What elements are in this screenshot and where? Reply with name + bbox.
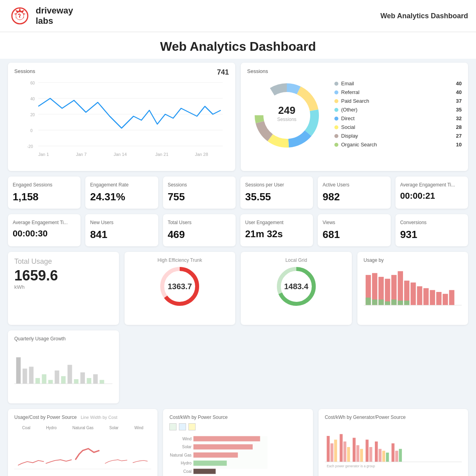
line-chart-title: Sessions — [14, 68, 35, 74]
usage-by-title: Usage by — [364, 257, 462, 263]
svg-rect-58 — [42, 374, 46, 384]
metrics-row-2: Average Engagement Ti... 00:00:30 New Us… — [8, 214, 468, 246]
source-hydro: Hydro — [46, 426, 57, 430]
svg-rect-51 — [442, 294, 447, 305]
usage-cost-title: Usage/Cost by Power Source — [14, 415, 77, 420]
logo-icon — [8, 4, 32, 28]
legend-display: Display 27 — [334, 133, 462, 139]
metric-label-5: Average Engagement Ti... — [400, 182, 463, 188]
svg-rect-59 — [48, 380, 53, 384]
total-usage-card: Total Usage 1659.6 kWh — [8, 252, 119, 325]
local-grid-value: 1483.4 — [284, 282, 308, 291]
donut-container: 249 Sessions — [247, 76, 326, 155]
svg-rect-85 — [343, 441, 346, 462]
svg-text:Jan 14: Jan 14 — [114, 152, 127, 157]
usage-cost-svg — [14, 432, 151, 476]
local-grid-card: Local Grid 1483.4 — [241, 252, 352, 325]
metric-label-1: Engagement Rate — [90, 182, 153, 188]
source-natural-gas: Natural Gas — [73, 426, 94, 430]
total-usage-label: Total Usage — [14, 257, 113, 266]
svg-rect-93 — [378, 449, 381, 462]
top-charts-row: Sessions 741 60 40 20 0 -20 Jan 1 Jan 7 … — [8, 63, 468, 171]
metric-r2-label-1: New Users — [90, 220, 153, 225]
metric-avg-engagement-time-1: Average Engagement Ti... 00:00:21 — [395, 177, 468, 209]
svg-text:Natural Gas: Natural Gas — [170, 453, 192, 457]
metric-r2-value-2: 469 — [168, 228, 231, 241]
svg-rect-64 — [81, 372, 85, 384]
svg-rect-67 — [100, 380, 104, 384]
svg-rect-56 — [29, 367, 33, 384]
high-efficiency-gauge: 1363.7 — [158, 265, 202, 308]
svg-text:Jan 28: Jan 28 — [195, 152, 208, 157]
cost-generator-title: Cost/kWh by Generator/Power Source — [325, 415, 462, 420]
metric-label-0: Engaged Sessions — [13, 182, 76, 188]
metric-value-1: 24.31% — [90, 191, 153, 203]
metric-sessions-per-user: Sessions per User 35.55 — [240, 177, 313, 209]
svg-rect-54 — [16, 357, 21, 384]
metric-label-4: Active Users — [322, 182, 386, 188]
metric-r2-label-5: Conversions — [400, 220, 463, 225]
svg-rect-66 — [93, 374, 98, 384]
svg-rect-86 — [347, 447, 350, 462]
svg-rect-89 — [360, 449, 363, 462]
svg-rect-82 — [330, 443, 333, 462]
donut-chart-title: Sessions — [247, 68, 462, 74]
svg-rect-33 — [365, 298, 370, 305]
metric-active-users: Active Users 982 — [318, 177, 390, 209]
local-grid-title: Local Grid — [285, 257, 307, 263]
svg-rect-55 — [23, 369, 27, 384]
metric-r2-value-1: 841 — [90, 228, 153, 241]
metric-r2-value-3: 21m 32s — [245, 228, 308, 240]
high-efficiency-card: High Efficiency Trunk 1363.7 — [125, 252, 236, 325]
svg-rect-92 — [375, 441, 378, 462]
cost-kwh-svg: Wind Solar Natural Gas Hydro Coal — [169, 432, 306, 476]
legend-direct: Direct 32 — [334, 115, 462, 121]
svg-rect-45 — [404, 301, 409, 305]
local-grid-gauge: 1483.4 — [274, 265, 318, 308]
metric-total-users: Total Users 469 — [163, 214, 236, 246]
metric-value-5: 00:00:21 — [400, 191, 463, 201]
copy-icon[interactable] — [169, 423, 177, 430]
cost-generator-card: Cost/kWh by Generator/Power Source — [319, 409, 468, 476]
cost-kwh-title: Cost/kWh by Power Source — [169, 415, 306, 420]
svg-rect-91 — [369, 447, 372, 462]
metric-r2-value-0: 00:00:30 — [13, 228, 76, 239]
total-usage-unit: kWh — [14, 284, 113, 290]
edit-icon[interactable] — [188, 423, 196, 430]
svg-rect-50 — [436, 292, 441, 305]
sessions-line-chart-card: Sessions 741 60 40 20 0 -20 Jan 1 Jan 7 … — [8, 63, 235, 171]
svg-text:-20: -20 — [27, 144, 33, 149]
view-icon[interactable] — [179, 423, 186, 430]
metric-sessions: Sessions 755 — [163, 177, 236, 209]
metric-r2-label-0: Average Engagement Ti... — [13, 220, 76, 225]
metric-r2-label-4: Views — [322, 220, 386, 225]
legend-social: Social 28 — [334, 124, 462, 130]
svg-text:Solar: Solar — [182, 445, 192, 449]
donut-svg: 249 Sessions — [247, 76, 326, 155]
svg-text:Sessions: Sessions — [277, 117, 297, 122]
quarterly-card: Quarterly Usage Growth — [8, 330, 119, 403]
svg-rect-84 — [340, 434, 342, 462]
metric-r2-value-5: 931 — [400, 228, 463, 241]
line-chart-svg: 60 40 20 0 -20 Jan 1 Jan 7 Jan 14 Jan 21… — [14, 77, 229, 164]
svg-rect-39 — [385, 301, 390, 305]
svg-rect-48 — [423, 288, 428, 305]
chart-header: Sessions 741 — [14, 68, 229, 77]
svg-rect-98 — [399, 449, 401, 462]
svg-rect-63 — [74, 379, 78, 384]
quarterly-svg — [14, 345, 113, 396]
page-title: Web Analytics Dashboard — [0, 39, 476, 54]
sessions-donut-card: Sessions — [241, 63, 468, 171]
svg-rect-94 — [382, 451, 385, 462]
svg-rect-96 — [392, 443, 394, 462]
cost-generator-svg: Each power generator is a group — [325, 423, 462, 471]
svg-rect-60 — [55, 370, 59, 384]
source-coal: Coal — [22, 426, 31, 430]
bottom-charts-row: Usage/Cost by Power Source Line Width by… — [8, 409, 468, 476]
svg-text:Coal: Coal — [183, 469, 192, 474]
svg-rect-49 — [430, 290, 435, 305]
svg-rect-80 — [194, 436, 268, 469]
legend-email: Email 40 — [334, 81, 462, 86]
metric-engaged-sessions: Engaged Sessions 1,158 — [8, 177, 81, 209]
donut-chart-content: 249 Sessions Email 40 Referral 40 Paid S… — [247, 76, 462, 155]
